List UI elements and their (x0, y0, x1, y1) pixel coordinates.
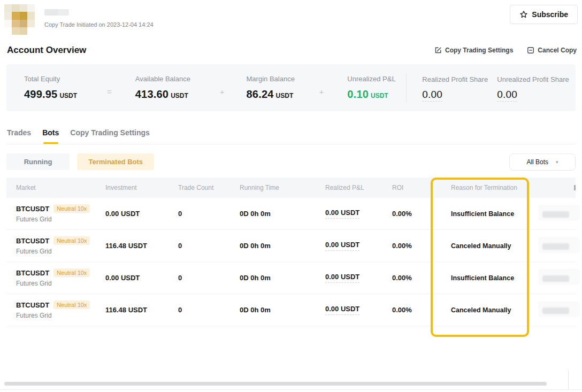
minus-square-icon (527, 47, 534, 54)
roi-value: 0.00% (392, 242, 451, 250)
stat-unrealized-profit-share: Unrealized Profit Share 0.00 (497, 75, 569, 101)
cancel-copy-label: Cancel Copy (538, 47, 577, 54)
strategy-type: Futures Grid (16, 216, 105, 223)
trader-identity: Copy Trade Initiated on 2023-12-04 14:24 (4, 4, 578, 35)
strategy-badge: Neutral 10x (53, 268, 90, 277)
stat-unit: USDT (59, 92, 77, 99)
running-filter-button[interactable]: Running (6, 153, 70, 170)
table-row: BTCUSDTNeutral 10x Futures Grid 116.48 U… (6, 230, 576, 262)
plus-operator: + (319, 87, 324, 96)
row-action-button-redacted[interactable] (542, 211, 569, 218)
stat-unit: USDT (276, 92, 294, 99)
subscribe-button[interactable]: Subscribe (510, 5, 578, 24)
investment-value: 116.48 USDT (105, 306, 178, 314)
termination-reason: Insufficient Balance (451, 210, 538, 218)
stat-available-balance: Available Balance 413.60USDT (135, 75, 220, 101)
strategy-type: Futures Grid (16, 312, 105, 319)
strategy-badge: Neutral 10x (53, 236, 90, 245)
market-symbol: BTCUSDT (16, 301, 49, 309)
fixed-column-divider (568, 371, 569, 390)
copy-trading-settings-button[interactable]: Copy Trading Settings (434, 47, 513, 54)
horizontal-scrollbar[interactable] (4, 382, 547, 386)
cancel-copy-button[interactable]: Cancel Copy (527, 47, 577, 54)
realized-pnl-value[interactable]: 0.00 USDT (325, 241, 359, 251)
realized-pnl-value[interactable]: 0.00 USDT (325, 273, 359, 283)
realized-pnl-value[interactable]: 0.00 USDT (325, 209, 359, 219)
page-title: Account Overview (7, 45, 86, 56)
account-overview-header: Account Overview Copy Trading Settings (0, 35, 582, 64)
stat-value[interactable]: 0.00 (497, 89, 517, 102)
realized-pnl-value[interactable]: 0.00 USDT (325, 305, 359, 315)
terminated-bots-table: Market Investment Trade Count Running Ti… (0, 178, 582, 326)
plus-operator: + (220, 87, 225, 96)
stat-value: 499.95 (24, 88, 57, 100)
row-actions-redacted (538, 207, 576, 221)
row-action-button-redacted[interactable] (542, 275, 569, 282)
market-cell: BTCUSDTNeutral 10x Futures Grid (16, 236, 105, 255)
roi-value: 0.00% (392, 306, 451, 314)
investment-value: 116.48 USDT (105, 242, 178, 250)
copy-trade-initiated-text: Copy Trade Initiated on 2023-12-04 14:24 (44, 21, 154, 28)
table-header-row: Market Investment Trade Count Running Ti… (6, 178, 576, 198)
col-header-market: Market (16, 184, 105, 191)
bot-filters: Running Terminated Bots All Bots ▾ (6, 153, 576, 171)
stat-label: Unrealized P&L (347, 75, 406, 83)
market-symbol: BTCUSDT (16, 237, 49, 245)
overview-actions: Copy Trading Settings Cancel Copy (434, 47, 577, 54)
col-header-reason: Reason for Termination (451, 184, 538, 191)
col-header-roi: ROI (392, 184, 451, 191)
main-tabs: Trades Bots Copy Trading Settings (7, 128, 576, 144)
table-row: BTCUSDTNeutral 10x Futures Grid 0.00 USD… (6, 198, 576, 230)
stats-divider (406, 73, 407, 102)
equals-operator: = (107, 87, 112, 96)
bot-type-dropdown[interactable]: All Bots ▾ (509, 153, 576, 171)
row-action-button-redacted[interactable] (542, 243, 569, 250)
chevron-down-icon: ▾ (556, 159, 558, 165)
stat-margin-balance: Margin Balance 86.24USDT (247, 75, 319, 101)
copy-trading-settings-label: Copy Trading Settings (445, 47, 513, 54)
table-row: BTCUSDTNeutral 10x Futures Grid 116.48 U… (6, 294, 576, 326)
stat-label: Total Equity (24, 75, 107, 83)
stat-value: 413.60 (135, 88, 169, 100)
roi-value: 0.00% (392, 210, 451, 218)
tab-bots[interactable]: Bots (42, 128, 59, 144)
stat-label: Available Balance (135, 75, 220, 83)
market-cell: BTCUSDTNeutral 10x Futures Grid (16, 268, 105, 287)
market-symbol: BTCUSDT (16, 269, 49, 277)
edit-icon (434, 47, 442, 54)
trade-count-value: 0 (178, 242, 240, 250)
investment-value: 0.00 USDT (105, 210, 178, 218)
stat-unrealized-pnl: Unrealized P&L 0.10USDT (347, 75, 406, 101)
stat-value: 86.24 (247, 88, 274, 100)
stat-unit: USDT (371, 92, 388, 99)
trader-header: Copy Trade Initiated on 2023-12-04 14:24… (0, 0, 582, 35)
col-header-running-time: Running Time (240, 184, 325, 191)
clipped-column-header (574, 185, 576, 190)
col-header-trade-count: Trade Count (178, 184, 240, 191)
copy-trading-account-page: Copy Trade Initiated on 2023-12-04 14:24… (0, 0, 582, 392)
roi-value: 0.00% (392, 274, 451, 282)
market-cell: BTCUSDTNeutral 10x Futures Grid (16, 204, 105, 223)
trade-count-value: 0 (178, 274, 240, 282)
running-time-value: 0D 0h 0m (240, 306, 325, 314)
trader-info: Copy Trade Initiated on 2023-12-04 14:24 (44, 4, 154, 35)
stat-label: Unrealized Profit Share (497, 75, 569, 83)
stat-unit: USDT (171, 92, 188, 99)
strategy-badge: Neutral 10x (53, 301, 90, 309)
tab-trades[interactable]: Trades (7, 128, 31, 144)
account-stats-bar: Total Equity 499.95USDT = Available Bala… (6, 64, 576, 111)
row-action-button-redacted[interactable] (542, 308, 569, 314)
strategy-type: Futures Grid (16, 248, 105, 255)
subscribe-label: Subscribe (532, 10, 568, 19)
stat-realized-profit-share: Realized Profit Share 0.00 (422, 75, 497, 101)
termination-reason: Insufficient Balance (451, 274, 538, 282)
tab-copy-trading-settings[interactable]: Copy Trading Settings (70, 128, 150, 144)
trader-name-redacted (44, 9, 69, 16)
row-actions-redacted (538, 239, 576, 253)
terminated-bots-filter-button[interactable]: Terminated Bots (77, 153, 154, 170)
running-time-value: 0D 0h 0m (240, 242, 325, 250)
market-symbol: BTCUSDT (16, 205, 49, 213)
running-time-value: 0D 0h 0m (240, 210, 325, 218)
stat-value[interactable]: 0.00 (422, 89, 442, 102)
bot-type-dropdown-value: All Bots (526, 158, 548, 166)
